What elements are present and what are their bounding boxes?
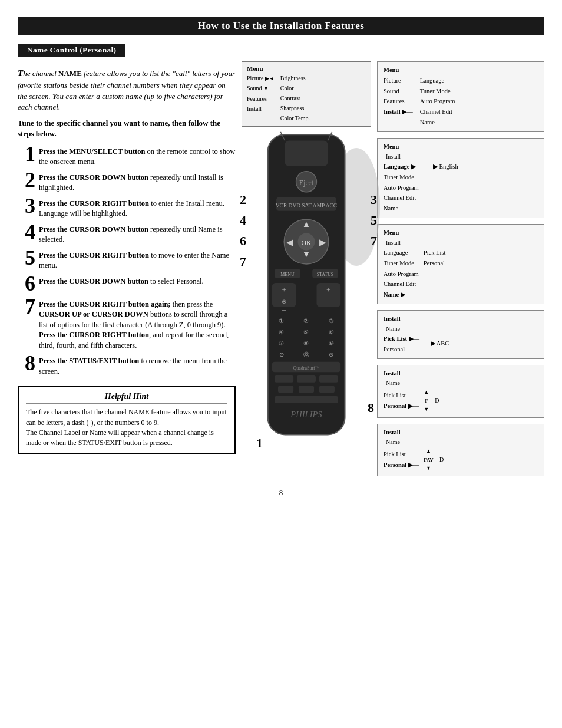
svg-text:◀: ◀ xyxy=(286,238,293,247)
page-header: How to Use the Installation Features xyxy=(18,17,544,35)
svg-rect-43 xyxy=(319,386,335,393)
svg-rect-44 xyxy=(275,396,338,403)
svg-text:–: – xyxy=(282,305,286,314)
left-column: The channel NAME feature allows you to l… xyxy=(18,61,236,476)
svg-text:VCR DVD SAT AMP ACC: VCR DVD SAT AMP ACC xyxy=(276,203,337,209)
page-number: 8 xyxy=(0,488,562,498)
svg-text:–: – xyxy=(326,297,331,305)
svg-text:⓪: ⓪ xyxy=(303,351,309,358)
top-menu-body: Picture ▶◄ Sound ▼ Features Install Brig… xyxy=(247,73,366,123)
svg-text:⊗: ⊗ xyxy=(282,298,286,305)
svg-text:▲: ▲ xyxy=(302,219,310,229)
svg-text:▶: ▶ xyxy=(319,238,326,247)
svg-text:Eject: Eject xyxy=(299,179,314,187)
remote-diagram: 2 4 6 7 3 5 7 1 8 Eject xyxy=(250,130,362,439)
intro-text: The channel NAME feature allows you to l… xyxy=(18,67,236,113)
svg-text:③: ③ xyxy=(329,318,334,324)
remote-step-8: 8 xyxy=(368,400,374,416)
step-1-text: Press the MENU/SELECT button on the remo… xyxy=(39,146,236,167)
menu-box-1: Menu Picture Sound Features Install ▶― L… xyxy=(377,61,544,132)
menu-box-5-content: Install Name Pick List Personal ▶― ▲ F ▼… xyxy=(384,369,538,414)
step-7: 7 Press the CURSOR RIGHT button again; t… xyxy=(18,298,236,351)
center-column: Menu Picture ▶◄ Sound ▼ Features Install… xyxy=(242,61,371,476)
step-6-number: 6 xyxy=(18,273,35,294)
right-column: Menu Picture Sound Features Install ▶― L… xyxy=(377,61,544,476)
svg-text:①: ① xyxy=(279,318,284,324)
menu-box-1-content: Menu Picture Sound Features Install ▶― L… xyxy=(384,65,538,128)
svg-text:+: + xyxy=(326,285,330,294)
step-5-text: Press the CURSOR RIGHT button to move to… xyxy=(39,249,236,271)
step-3-number: 3 xyxy=(18,195,35,216)
menu-box-6-content: Install Name Pick List Personal ▶― ▲ FAV… xyxy=(384,428,538,473)
step-6-text: Press the CURSOR DOWN button to select P… xyxy=(39,275,204,287)
hint-box: Helpful Hint The five characters that th… xyxy=(18,386,236,454)
step-2: 2 Press the CURSOR DOWN button repeatedl… xyxy=(18,172,236,193)
step-7-text: Press the CURSOR RIGHT button again; the… xyxy=(39,298,236,351)
svg-text:⑦: ⑦ xyxy=(279,340,284,347)
svg-text:▼: ▼ xyxy=(302,249,310,259)
svg-rect-41 xyxy=(278,386,293,393)
svg-text:⊙: ⊙ xyxy=(279,351,284,358)
svg-text:⊙: ⊙ xyxy=(329,351,333,358)
svg-rect-38 xyxy=(275,375,293,383)
remote-step-5: 5 xyxy=(371,213,377,228)
top-menu-title: Menu xyxy=(247,65,366,72)
svg-rect-39 xyxy=(297,375,316,383)
svg-text:QuadraSurf™: QuadraSurf™ xyxy=(293,365,319,371)
tune-instruction: Tune to the specific channel you want to… xyxy=(18,118,236,139)
step-8-number: 8 xyxy=(18,353,35,374)
remote-step-3: 3 xyxy=(371,192,377,207)
svg-text:②: ② xyxy=(304,318,309,324)
step-5-number: 5 xyxy=(18,247,35,268)
menu-box-2-content: Menu Install Language ▶― Tuner Mode Auto… xyxy=(384,142,538,214)
svg-text:+: + xyxy=(282,285,286,294)
svg-text:⑤: ⑤ xyxy=(304,329,309,335)
svg-text:④: ④ xyxy=(279,329,284,335)
svg-rect-42 xyxy=(299,386,314,393)
hint-text: The five characters that the channel NAM… xyxy=(26,407,227,449)
step-8-text: Press the STATUS/EXIT button to remove t… xyxy=(39,355,236,377)
step-8: 8 Press the STATUS/EXIT button to remove… xyxy=(18,355,236,377)
step-5: 5 Press the CURSOR RIGHT button to move … xyxy=(18,249,236,271)
svg-rect-40 xyxy=(319,375,338,383)
step-1-number: 1 xyxy=(18,143,35,164)
step-1: 1 Press the MENU/SELECT button on the re… xyxy=(18,146,236,167)
section-title: Name Control (Personal) xyxy=(18,44,125,57)
menu-box-2: Menu Install Language ▶― Tuner Mode Auto… xyxy=(377,138,544,218)
step-2-text: Press the CURSOR DOWN button repeatedly … xyxy=(39,172,236,193)
step-4-number: 4 xyxy=(18,221,35,242)
menu-box-3-content: Menu Install Language Tuner Mode Auto Pr… xyxy=(384,228,538,300)
menu-box-6: Install Name Pick List Personal ▶― ▲ FAV… xyxy=(377,424,544,477)
remote-svg: Eject VCR DVD SAT AMP ACC ▲ ▼ ◀ ▶ OK xyxy=(259,130,353,439)
remote-step-2: 2 xyxy=(240,192,246,207)
step-4-text: Press the CURSOR DOWN button repeatedly … xyxy=(39,223,236,245)
remote-step-4: 4 xyxy=(240,213,246,228)
hint-title: Helpful Hint xyxy=(26,392,227,404)
svg-text:⑥: ⑥ xyxy=(329,329,334,335)
svg-text:⑨: ⑨ xyxy=(329,340,334,347)
steps-list: 1 Press the MENU/SELECT button on the re… xyxy=(18,146,236,377)
svg-rect-1 xyxy=(285,140,328,166)
remote-step-6: 6 xyxy=(240,233,246,249)
menu-box-3: Menu Install Language Tuner Mode Auto Pr… xyxy=(377,224,544,304)
step-2-number: 2 xyxy=(18,169,35,190)
remote-step-1: 1 xyxy=(256,436,263,451)
menu-box-4: Install Name Pick List ▶― Personal ―▶ AB… xyxy=(377,310,544,358)
remote-step-7: 7 xyxy=(240,254,246,269)
top-menu-left: Picture ▶◄ Sound ▼ Features Install xyxy=(247,73,275,123)
step-6: 6 Press the CURSOR DOWN button to select… xyxy=(18,275,236,294)
menu-box-5: Install Name Pick List Personal ▶― ▲ F ▼… xyxy=(377,365,544,418)
step-3: 3 Press the CURSOR RIGHT button to enter… xyxy=(18,197,236,219)
menu-box-4-content: Install Name Pick List ▶― Personal ―▶ AB… xyxy=(384,314,538,354)
step-3-text: Press the CURSOR RIGHT button to enter t… xyxy=(39,197,236,219)
top-menu-right: Brightness Color Contrast Sharpness Colo… xyxy=(280,73,310,123)
svg-text:PHILIPS: PHILIPS xyxy=(290,410,322,419)
remote-step-7b: 7 xyxy=(371,233,377,249)
svg-text:OK: OK xyxy=(302,239,312,247)
svg-text:⑧: ⑧ xyxy=(304,340,309,347)
step-7-number: 7 xyxy=(18,296,35,317)
svg-text:MENU: MENU xyxy=(280,272,295,277)
step-4: 4 Press the CURSOR DOWN button repeatedl… xyxy=(18,223,236,245)
svg-text:STATUS: STATUS xyxy=(317,272,334,277)
